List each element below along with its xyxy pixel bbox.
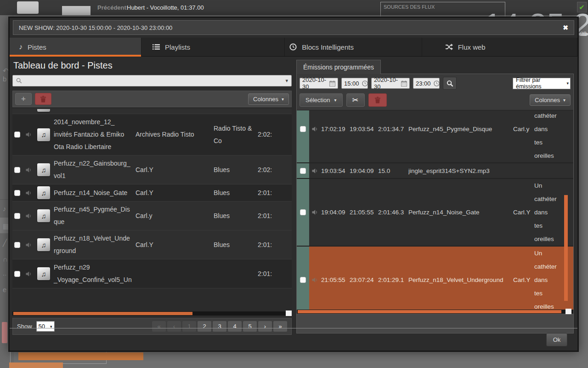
table-row[interactable]: ♫ ocotre 2018.mp3 Maison de la Vague Co … <box>12 109 292 114</box>
row-checkbox[interactable] <box>300 126 306 132</box>
chevron-down-icon[interactable]: ▾ <box>285 78 288 84</box>
title-cell: jingle_esprit314S+SYN2.mp3 <box>408 167 513 174</box>
scrollbar-corner <box>565 309 571 314</box>
schedule-tab[interactable]: Émissions programmées <box>296 60 381 74</box>
track-title: Perfuzz_n18_Velvet_Underground <box>54 232 136 257</box>
row-checkbox[interactable] <box>14 132 20 138</box>
track-creator: Archives Radio Tisto <box>136 128 214 141</box>
sidebar-pink-tile <box>2 322 7 343</box>
tab-playlists[interactable]: Playlists <box>141 38 285 56</box>
schedule-horizontal-scrollbar[interactable] <box>297 310 573 314</box>
schedule-table: 17:02:19 19:03:54 2:01:34.7 Perfuzz_n45_… <box>297 110 573 310</box>
table-row[interactable]: ♫ Perfuzz_n45_Pygmée_Disque Carl.y Blues… <box>12 201 292 230</box>
dialog-title: NEW SHOW: 2020-10-30 15:00:00 - 2020-10-… <box>19 24 172 31</box>
schedule-row-current[interactable]: 21:05:55 23:07:24 2:01:29.1 Perfuzz_n18_… <box>297 247 573 310</box>
track-creator: Carl.Y <box>136 164 214 176</box>
dots-icon: .. <box>3 269 6 277</box>
date-from-input[interactable]: 2020-10-30 <box>300 78 338 89</box>
title-cell: Perfuzz_n45_Pygmée_Disque <box>408 126 513 132</box>
row-checkbox[interactable] <box>300 277 306 283</box>
speaker-icon[interactable] <box>309 209 321 216</box>
ends-cell: 23:07:24 <box>350 276 378 283</box>
scrollbar-thumb[interactable] <box>13 312 192 315</box>
selection-button[interactable]: Sélection ▾ <box>300 93 343 107</box>
library-columns-button[interactable]: Colonnes ▾ <box>248 93 289 105</box>
row-checkbox[interactable] <box>14 190 20 196</box>
row-checkbox[interactable] <box>14 271 20 277</box>
on-link[interactable]: on <box>580 29 587 36</box>
delete-tracks-button[interactable] <box>35 93 51 105</box>
clock-icon <box>362 80 368 86</box>
schedule-toolbar: Sélection ▾ ✂ Colonnes ▾ <box>297 92 573 110</box>
search-icon <box>16 78 22 84</box>
time-from-input[interactable]: 15:00 <box>341 78 368 89</box>
starts-cell: 19:03:54 <box>321 167 350 174</box>
clock-icon <box>289 43 297 51</box>
track-creator: Carl.Y <box>136 239 214 251</box>
speaker-icon[interactable] <box>309 126 321 132</box>
schedule-columns-button[interactable]: Colonnes ▾ <box>530 94 571 106</box>
speaker-icon[interactable] <box>25 242 37 248</box>
track-album: Co <box>214 109 258 112</box>
speaker-icon[interactable] <box>25 213 37 219</box>
add-track-button[interactable]: + <box>15 93 32 105</box>
apply-date-filter-button[interactable] <box>443 77 457 90</box>
schedule-row[interactable]: 17:02:19 19:03:54 2:01:34.7 Perfuzz_n45_… <box>297 110 573 163</box>
ends-cell: 21:05:55 <box>350 209 378 216</box>
chevron-down-icon: ▾ <box>563 98 565 103</box>
row-checkbox[interactable] <box>300 168 306 174</box>
table-row[interactable]: ♫ Perfuzz_n22_Gainsbourg_vol1 Carl.Y Blu… <box>12 155 292 184</box>
undo-arrow-icon: ↶ <box>3 67 9 75</box>
library-panel: Tableau de bord - Pistes ▾ + Colonnes ▾ <box>12 59 292 335</box>
delete-scheduled-button[interactable] <box>368 93 387 107</box>
track-title: Perfuzz_n45_Pygmée_Disque <box>54 203 136 228</box>
starts-cell: 17:02:19 <box>321 126 350 132</box>
track-duration: 2:01: <box>258 187 276 199</box>
filter-by-show-select[interactable]: Filtrer par émissions ▾ <box>513 78 571 89</box>
tab-flux-web[interactable]: Flux web <box>422 38 577 56</box>
library-toolbar: + Colonnes ▾ <box>12 91 292 107</box>
tab-blocs-intelligents[interactable]: Blocs Intelligents <box>285 38 422 56</box>
cut-button[interactable]: ✂ <box>346 93 365 107</box>
track-creator: Carl.y <box>136 210 214 222</box>
ends-cell: 19:04:09 <box>350 167 378 174</box>
schedule-panel: Émissions programmées 2020-10-30 15:00 <box>296 59 574 335</box>
library-horizontal-scrollbar[interactable] <box>12 311 292 316</box>
tab-pistes[interactable]: ♪ Pistes <box>10 38 141 56</box>
row-checkbox[interactable] <box>14 242 20 248</box>
library-search-input[interactable]: ▾ <box>12 75 292 86</box>
table-row[interactable]: ♫ Perfuzz_n14_Noise_Gate Carl.Y Blues 2:… <box>12 184 292 201</box>
track-duration: 2:02: <box>258 164 276 176</box>
schedule-filter-bar: 2020-10-30 15:00 2020-10-30 <box>297 74 573 92</box>
row-checkbox[interactable] <box>300 209 306 215</box>
speaker-icon[interactable] <box>25 167 37 173</box>
schedule-row[interactable]: 19:04:09 21:05:55 2:01:46.3 Perfuzz_n14_… <box>297 179 573 247</box>
speaker-icon[interactable] <box>25 190 37 196</box>
speaker-icon[interactable] <box>309 276 321 283</box>
table-row[interactable]: ♫ Perfuzz_n18_Velvet_Underground Carl.Y … <box>12 230 292 259</box>
row-checkbox[interactable] <box>14 213 20 219</box>
table-row[interactable]: ♫ Perfuzz_n29 _Voyage_Confiné_vol5_Un 2:… <box>12 259 292 288</box>
track-artwork-icon: ♫ <box>37 163 50 176</box>
duration-cell: 15.0 <box>378 167 408 174</box>
date-to-input[interactable]: 2020-10-30 <box>371 78 410 89</box>
table-row[interactable]: ♫ 2014_novembre_12_ invités Fantazio & E… <box>12 114 292 155</box>
close-icon[interactable]: ✖ <box>563 24 568 31</box>
progress-bar <box>18 352 143 360</box>
title-cell: Perfuzz_n18_Velvet_Underground <box>408 276 513 283</box>
speaker-icon[interactable] <box>309 167 321 174</box>
album-cell: Un cathéter dans tes oreilles <box>534 179 557 246</box>
scrollbar-thumb[interactable] <box>298 310 561 313</box>
previous-track-label: Précédent: <box>97 4 128 11</box>
row-checkbox[interactable] <box>14 167 20 173</box>
schedule-vertical-scrollbar[interactable] <box>564 195 568 301</box>
time-to-input[interactable]: 23:00 <box>413 78 440 89</box>
search-icon <box>447 80 453 87</box>
speaker-icon[interactable] <box>25 270 37 277</box>
schedule-row[interactable]: 19:03:54 19:04:09 15.0 jingle_esprit314S… <box>297 163 573 179</box>
shuffle-icon <box>445 44 453 50</box>
ends-cell: 19:03:54 <box>350 126 378 132</box>
ok-button[interactable]: Ok <box>546 333 567 346</box>
track-duration: 2:02: <box>258 128 276 141</box>
speaker-icon[interactable] <box>25 131 37 138</box>
